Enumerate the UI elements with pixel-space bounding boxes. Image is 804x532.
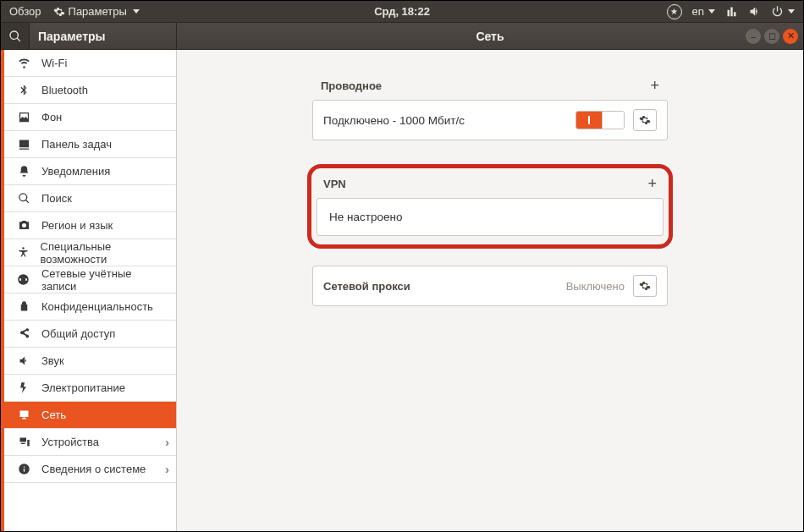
power-icon	[771, 5, 784, 18]
sidebar-item-accessibility[interactable]: Специальные возможности	[1, 239, 176, 266]
gear-icon	[639, 280, 651, 292]
chevron-right-icon: ›	[165, 462, 169, 476]
language-indicator[interactable]: en	[692, 5, 715, 18]
sidebar-item-sound[interactable]: Звук	[1, 348, 176, 375]
region-icon	[16, 219, 31, 232]
search-icon	[8, 30, 22, 43]
wired-connection-card: Подключено - 1000 Мбит/с	[312, 100, 668, 140]
sidebar-item-background[interactable]: Фон	[1, 104, 176, 131]
vpn-status: Не настроено	[329, 211, 402, 223]
search-button[interactable]	[1, 23, 30, 49]
sidebar-item-label: Конфиденциальность	[41, 300, 153, 313]
sidebar-item-label: Специальные возможности	[41, 240, 169, 266]
bluetooth-icon	[16, 84, 31, 96]
sidebar-item-label: Сеть	[41, 409, 66, 421]
sidebar-item-label: Сетевые учётные записи	[41, 267, 169, 293]
proxy-title: Сетевой прокси	[323, 280, 558, 293]
wifi-icon	[16, 57, 31, 69]
volume-icon[interactable]	[748, 5, 761, 18]
sidebar-item-notifications[interactable]: Уведомления	[1, 158, 176, 185]
chevron-down-icon	[133, 9, 140, 14]
gnome-topbar: Обзор Параметры Срд, 18:22 ★ en	[1, 1, 803, 23]
proxy-state: Выключено	[566, 280, 625, 293]
sidebar-item-label: Общий доступ	[41, 327, 115, 340]
page-title: Сеть	[177, 23, 803, 49]
devices-icon	[16, 436, 31, 448]
sidebar-item-search[interactable]: Поиск	[1, 185, 176, 212]
sidebar-item-wifi[interactable]: Wi-Fi	[1, 50, 176, 77]
sidebar-item-label: Электропитание	[41, 381, 125, 394]
network-icon[interactable]	[725, 5, 738, 18]
power-menu[interactable]	[771, 5, 795, 18]
chevron-right-icon: ›	[165, 435, 169, 449]
background-icon	[16, 111, 31, 123]
chevron-down-icon	[708, 9, 715, 14]
window-header: Параметры Сеть – ◻ ✕	[1, 23, 803, 50]
search-icon	[16, 192, 31, 205]
online-icon	[16, 273, 31, 286]
chevron-down-icon	[788, 9, 795, 14]
vpn-status-card: Не настроено	[317, 198, 664, 236]
sidebar-item-label: Регион и язык	[41, 219, 113, 232]
sound-icon	[16, 354, 31, 367]
activities-button[interactable]: Обзор	[9, 5, 41, 18]
dock-icon	[16, 138, 31, 151]
sidebar-item-about[interactable]: Сведения о системе›	[1, 456, 176, 483]
add-vpn-button[interactable]: +	[647, 175, 657, 193]
sidebar-item-region[interactable]: Регион и язык	[1, 212, 176, 239]
maximize-button[interactable]: ◻	[764, 29, 779, 44]
sidebar-item-label: Уведомления	[41, 165, 110, 178]
sidebar-item-sharing[interactable]: Общий доступ	[1, 321, 176, 348]
add-wired-button[interactable]: +	[650, 77, 659, 95]
sidebar-item-label: Сведения о системе	[41, 463, 146, 475]
wired-status: Подключено - 1000 Мбит/с	[323, 114, 567, 127]
sidebar-item-label: Звук	[41, 354, 64, 367]
about-icon	[16, 463, 31, 475]
sidebar-item-privacy[interactable]: Конфиденциальность	[1, 293, 176, 321]
vpn-highlight: VPN + Не настроено	[307, 164, 673, 249]
sidebar-item-bluetooth[interactable]: Bluetooth	[1, 77, 176, 104]
bell-icon	[16, 165, 31, 178]
sidebar-item-dock[interactable]: Панель задач	[1, 131, 176, 158]
sidebar-item-label: Поиск	[41, 192, 72, 205]
sidebar-item-label: Устройства	[41, 436, 99, 448]
sidebar-item-power[interactable]: Электропитание	[1, 375, 176, 402]
settings-main: Проводное + Подключено - 1000 Мбит/с VPN…	[177, 50, 803, 531]
power-icon	[16, 381, 31, 394]
wired-section: Проводное + Подключено - 1000 Мбит/с	[312, 74, 668, 140]
wired-title: Проводное	[321, 80, 382, 92]
gear-icon	[639, 114, 651, 126]
sidebar-item-online[interactable]: Сетевые учётные записи	[1, 266, 176, 293]
share-icon	[16, 327, 31, 340]
sidebar-item-network[interactable]: Сеть	[1, 402, 176, 429]
accessibility-icon	[16, 246, 30, 259]
settings-sidebar: Wi-FiBluetoothФонПанель задачУведомления…	[1, 50, 177, 531]
vpn-title: VPN	[323, 178, 346, 190]
close-button[interactable]: ✕	[783, 29, 798, 44]
proxy-card: Сетевой прокси Выключено	[312, 266, 668, 306]
settings-icon	[53, 6, 65, 18]
sidebar-item-label: Bluetooth	[41, 84, 88, 96]
proxy-settings-button[interactable]	[633, 275, 657, 297]
sidebar-item-devices[interactable]: Устройства›	[1, 429, 176, 456]
sidebar-item-label: Wi-Fi	[41, 57, 67, 69]
app-menu[interactable]: Параметры	[53, 5, 140, 18]
sidebar-item-label: Фон	[41, 111, 62, 123]
minimize-button[interactable]: –	[746, 29, 761, 44]
wired-settings-button[interactable]	[633, 109, 657, 131]
sidebar-title: Параметры	[30, 23, 177, 49]
privacy-icon	[16, 300, 31, 313]
network-icon	[16, 409, 31, 421]
status-icon[interactable]: ★	[667, 4, 682, 19]
sidebar-item-label: Панель задач	[41, 138, 112, 151]
wired-toggle[interactable]	[575, 111, 625, 129]
